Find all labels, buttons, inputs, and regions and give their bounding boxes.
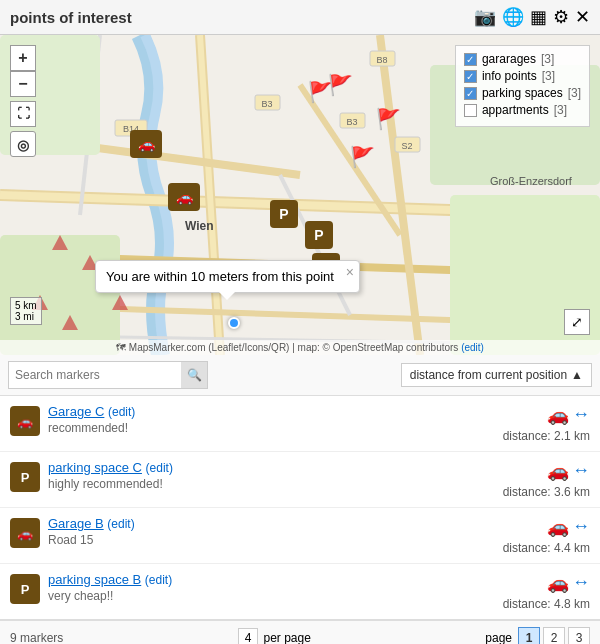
qr-icon: 📷 xyxy=(474,6,496,28)
item-meta: 🚗 ↔ distance: 4.8 km xyxy=(503,572,590,611)
garages-checkbox[interactable] xyxy=(464,53,477,66)
route-icon[interactable]: ↔ xyxy=(572,460,590,482)
page-button-1[interactable]: 1 xyxy=(518,627,540,644)
map-container[interactable]: Wien Groß-Enzersdorf B14 B3 B3 B8 S2 + −… xyxy=(0,35,600,355)
zoom-in-button[interactable]: + xyxy=(10,45,36,71)
page-label: page xyxy=(485,631,512,644)
map-attribution: 🗺 MapsMarker.com (Leaflet/Icons/QR) | ma… xyxy=(0,340,600,355)
list-item: P parking space C (edit) highly recommen… xyxy=(0,452,600,508)
popup-close-button[interactable]: × xyxy=(346,264,354,280)
search-bar: 🔍 distance from current position ▲ xyxy=(0,355,600,396)
page-button-2[interactable]: 2 xyxy=(543,627,565,644)
header: points of interest 📷 🌐 ▦ ⚙ ✕ xyxy=(0,0,600,35)
map-marker-garage-1[interactable]: 🚗 xyxy=(130,130,162,158)
item-title-link[interactable]: parking space C xyxy=(48,460,142,475)
route-icon[interactable]: ↔ xyxy=(572,516,590,538)
svg-text:S2: S2 xyxy=(401,141,412,151)
total-markers: 9 markers xyxy=(10,631,63,644)
page-button-3[interactable]: 3 xyxy=(568,627,590,644)
item-content: parking space C (edit) highly recommende… xyxy=(48,460,495,491)
list-item: 🚗 Garage B (edit) Road 15 🚗 ↔ distance: … xyxy=(0,508,600,564)
sort-label: distance from current position xyxy=(410,368,567,382)
item-edit-link[interactable]: (edit) xyxy=(108,405,135,419)
qr-code-icon: ▦ xyxy=(530,6,547,28)
parking-spaces-checkbox[interactable] xyxy=(464,87,477,100)
legend-appartments[interactable]: appartments [3] xyxy=(464,103,581,117)
svg-text:B3: B3 xyxy=(261,99,272,109)
item-action-icons: 🚗 ↔ xyxy=(547,404,590,426)
zoom-out-button[interactable]: − xyxy=(10,71,36,97)
item-action-icons: 🚗 ↔ xyxy=(547,460,590,482)
appartments-checkbox[interactable] xyxy=(464,104,477,117)
map-marker-parking-1[interactable]: P xyxy=(270,200,298,228)
parking-marker-icon: P xyxy=(270,200,298,228)
legend-parking-spaces[interactable]: parking spaces [3] xyxy=(464,86,581,100)
popup-text: You are within 10 meters from this point xyxy=(106,269,334,284)
item-title-link[interactable]: parking space B xyxy=(48,572,141,587)
garages-count: [3] xyxy=(541,52,554,66)
location-button[interactable]: ◎ xyxy=(10,131,36,157)
sort-button[interactable]: distance from current position ▲ xyxy=(401,363,592,387)
route-icon[interactable]: ↔ xyxy=(572,572,590,594)
legend-garages[interactable]: gararages [3] xyxy=(464,52,581,66)
parking-spaces-count: [3] xyxy=(568,86,581,100)
expand-button[interactable]: ⛶ xyxy=(10,101,36,127)
search-input[interactable] xyxy=(9,364,181,386)
item-description: Road 15 xyxy=(48,533,495,547)
appartments-label: appartments xyxy=(482,103,549,117)
per-page-control: 4 per page xyxy=(238,628,311,644)
legend-info-points[interactable]: info points [3] xyxy=(464,69,581,83)
map-marker-parking-2[interactable]: P xyxy=(305,221,333,249)
search-icon: 🔍 xyxy=(187,368,202,382)
garage-icon: 🚗 xyxy=(10,406,40,436)
flag-marker-3[interactable]: 🚩 xyxy=(376,107,401,131)
item-description: recommended! xyxy=(48,421,495,435)
item-title-row: Garage B (edit) xyxy=(48,516,495,531)
per-page-value[interactable]: 4 xyxy=(238,628,259,644)
item-content: Garage B (edit) Road 15 xyxy=(48,516,495,547)
pagination: 1 2 3 xyxy=(518,627,590,644)
parking-spaces-label: parking spaces xyxy=(482,86,563,100)
settings-icon: ⚙ xyxy=(553,6,569,28)
page-title: points of interest xyxy=(10,9,132,26)
garage-marker-icon: 🚗 xyxy=(130,130,162,158)
fullscreen-button[interactable]: ⤢ xyxy=(564,309,590,335)
sort-icon: ▲ xyxy=(571,368,583,382)
item-description: highly recommended! xyxy=(48,477,495,491)
flag-marker-2[interactable]: 🚩 xyxy=(328,73,353,97)
flag-marker-4[interactable]: 🚩 xyxy=(350,145,375,169)
info-points-checkbox[interactable] xyxy=(464,70,477,83)
svg-text:Groß-Enzersdorf: Groß-Enzersdorf xyxy=(490,175,573,187)
close-icon[interactable]: ✕ xyxy=(575,6,590,28)
marker-list: 🚗 Garage C (edit) recommended! 🚗 ↔ dista… xyxy=(0,396,600,620)
svg-text:B3: B3 xyxy=(346,117,357,127)
item-edit-link[interactable]: (edit) xyxy=(146,461,173,475)
item-title-row: Garage C (edit) xyxy=(48,404,495,419)
item-description: very cheap!! xyxy=(48,589,495,603)
map-marker-garage-2[interactable]: 🚗 xyxy=(168,183,200,211)
item-edit-link[interactable]: (edit) xyxy=(107,517,134,531)
route-icon[interactable]: ↔ xyxy=(572,404,590,426)
search-button[interactable]: 🔍 xyxy=(181,362,207,388)
car-nav-icon[interactable]: 🚗 xyxy=(547,404,569,426)
item-edit-link[interactable]: (edit) xyxy=(145,573,172,587)
list-item: P parking space B (edit) very cheap!! 🚗 … xyxy=(0,564,600,619)
scale-mi: 3 mi xyxy=(15,311,37,322)
map-controls: + − ⛶ ◎ xyxy=(10,45,36,157)
parking-icon: P xyxy=(10,462,40,492)
svg-text:Wien: Wien xyxy=(185,219,214,233)
item-distance: distance: 4.8 km xyxy=(503,597,590,611)
car-nav-icon[interactable]: 🚗 xyxy=(547,460,569,482)
list-item: 🚗 Garage C (edit) recommended! 🚗 ↔ dista… xyxy=(0,396,600,452)
per-page-label: per page xyxy=(263,631,310,644)
car-nav-icon[interactable]: 🚗 xyxy=(547,516,569,538)
scale-bar: 5 km 3 mi xyxy=(10,297,42,325)
item-title-link[interactable]: Garage B xyxy=(48,516,104,531)
item-distance: distance: 2.1 km xyxy=(503,429,590,443)
garage-icon: 🚗 xyxy=(10,518,40,548)
attribution-edit-link[interactable]: (edit) xyxy=(461,342,484,353)
parking-icon: P xyxy=(10,574,40,604)
item-title-link[interactable]: Garage C xyxy=(48,404,104,419)
map-popup: You are within 10 meters from this point… xyxy=(95,260,360,293)
car-nav-icon[interactable]: 🚗 xyxy=(547,572,569,594)
